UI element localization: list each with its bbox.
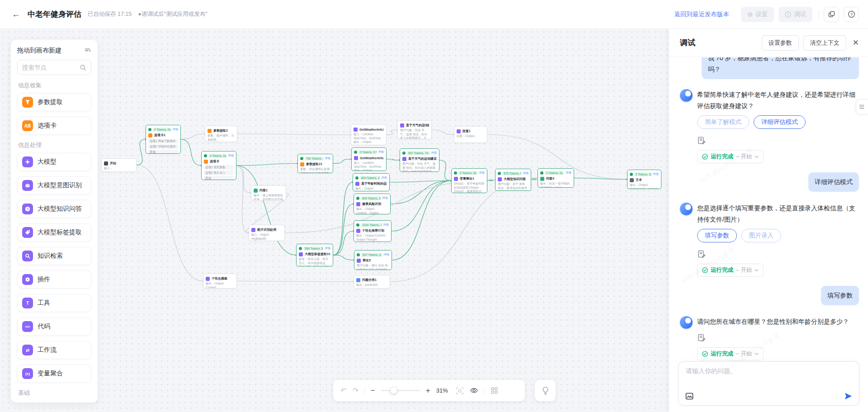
node-run-stats: 0 Tokens, 0s bbox=[458, 171, 477, 175]
workflow-node-问答3[interactable]: 0 Tokens, 0s详情问答3输出：给您一套详细的运动建议：jianyi bbox=[538, 168, 574, 188]
zoom-slider-knob[interactable] bbox=[390, 387, 397, 394]
palette-item-大模型意图识别[interactable]: 大模型意图识别 bbox=[17, 176, 91, 194]
node-detail-link[interactable]: 详情 bbox=[566, 171, 571, 175]
node-detail-link[interactable]: 详情 bbox=[382, 196, 388, 200]
run-log-icon[interactable] bbox=[697, 250, 706, 258]
palette-item-label: 插件 bbox=[38, 275, 50, 284]
run-log-icon[interactable] bbox=[697, 333, 706, 342]
node-success-icon bbox=[498, 172, 501, 175]
run-log-icon[interactable] bbox=[697, 136, 706, 145]
edge-pq2-gw1 bbox=[237, 134, 351, 135]
node-title: 养生5 bbox=[363, 258, 371, 263]
image-upload-icon[interactable] bbox=[685, 392, 694, 401]
workflow-node-图片识别处理[interactable]: 图片识别处理输入：ImgUrl、ImgBase64输出：Output、Outpu… bbox=[249, 225, 285, 241]
debug-run-button[interactable]: 调试 bbox=[778, 7, 812, 22]
quick-reply-图片录入[interactable]: 图片录入 bbox=[741, 229, 781, 242]
palette-item-工作流[interactable]: ⇄工作流 bbox=[17, 341, 91, 359]
run-status-chip[interactable]: 运行完成– 开始 bbox=[697, 150, 764, 163]
palette-item-工具[interactable]: T工具 bbox=[17, 294, 91, 312]
tips-button[interactable] bbox=[535, 380, 556, 401]
node-body-line: 回复：Output… bbox=[457, 134, 485, 138]
workflow-node-养生5[interactable]: 547 Tokens, 6.38s详情养生5用户问题：请问 运动 情况要怎么注意… bbox=[354, 250, 392, 270]
eye-icon[interactable] bbox=[470, 386, 478, 395]
minimap-grid-icon[interactable] bbox=[491, 387, 498, 394]
workflow-node-基于年龄时段的运动类…[interactable]: 809 Tokens, 29.96s详情基于年龄时段的运动类…输出：Output… bbox=[353, 173, 390, 191]
node-option-row: 选项1 填写参数 bbox=[204, 165, 234, 170]
palette-item-label: 大模型知识问答 bbox=[38, 205, 82, 213]
edge-start-xk1 bbox=[137, 139, 146, 165]
workflow-node-基于天气的运动建议[interactable]: 基于天气的运动建议用户问题：结合 天气、温度 情况，给出老人的锻炼建议，分析适合… bbox=[397, 120, 432, 139]
palette-item-插件[interactable]: 插件 bbox=[17, 270, 91, 289]
palette-list: 信息收集参数提取AB选项卡信息处理大模型大模型意图识别?大模型知识问答大模型标签… bbox=[17, 81, 91, 397]
node-detail-link[interactable]: 详情 bbox=[325, 156, 330, 161]
workflow-node-大模型标签提取01[interactable]: 596 Tokens, 5.35s详情大模型标签提取01标签：每天心情、每天亮点… bbox=[296, 244, 333, 266]
workflow-node-参数提取2[interactable]: 参数提取2参数：用户城市、当前时段… bbox=[205, 126, 237, 142]
node-body-line: 标签：每天心情、每天亮点、每天锻炼情况、所在城市、年龄、性别 bbox=[299, 257, 330, 266]
settings-button[interactable]: ⚙ 设置 bbox=[741, 7, 774, 22]
chat-input[interactable] bbox=[686, 367, 852, 387]
workflow-node-问答1[interactable]: 问答1输出：请上传体检报告记录，支持图片或文件上传 bbox=[251, 185, 286, 200]
set-params-button[interactable]: 设置参数 bbox=[762, 35, 799, 51]
restore-published-version-link[interactable]: 返回到最近发布版本 bbox=[674, 10, 729, 19]
node-search-input[interactable] bbox=[22, 64, 80, 71]
clear-context-button[interactable]: 清空上下文 bbox=[803, 35, 846, 51]
node-success-icon bbox=[300, 157, 303, 160]
zoom-in-button[interactable]: + bbox=[426, 386, 430, 395]
workflow-node-文本[interactable]: 0 Tokens, 0s详情文本输出：Output、Output-jyjc1、O… bbox=[627, 170, 661, 189]
fit-view-icon[interactable] bbox=[456, 387, 464, 395]
workflow-node-参数提取21[interactable]: 760 Tokens, 4.26s详情参数提取21参数：所在城市以及用户性别年龄… bbox=[297, 154, 333, 173]
undo-icon[interactable]: ↶ bbox=[340, 387, 346, 394]
node-detail-link[interactable]: 详情 bbox=[431, 151, 437, 155]
node-body: 选项1 简单了解模式选项2 详细评估模式其他 bbox=[148, 139, 178, 154]
node-detail-link[interactable]: 详情 bbox=[479, 171, 485, 175]
redo-icon[interactable]: ↷ bbox=[352, 387, 358, 394]
node-detail-link[interactable]: 详情 bbox=[172, 128, 178, 132]
workflow-node-GetWeatherInfo11[interactable]: 0 Tokens, 0.59s详情GetWeatherInfo11输入：Loca… bbox=[351, 147, 387, 171]
node-detail-link[interactable]: 详情 bbox=[653, 172, 659, 176]
palette-item-大模型[interactable]: 大模型 bbox=[17, 153, 91, 171]
quick-reply-简单了解模式[interactable]: 简单了解模式 bbox=[697, 115, 749, 129]
workflow-node-选项卡1[interactable]: 0 Tokens, 0s详情选项卡1选项1 简单了解模式选项2 详细评估模式其他 bbox=[146, 125, 181, 154]
help-button[interactable]: ? bbox=[844, 7, 859, 22]
palette-item-代码[interactable]: </>代码 bbox=[17, 317, 91, 336]
workflow-node-回复1[interactable]: 回复1回复：Output… bbox=[454, 126, 487, 143]
node-detail-link[interactable]: 详情 bbox=[383, 223, 389, 227]
workflow-node-问题分类1[interactable]: 问题分类1输出：prediction bbox=[354, 275, 390, 289]
collapse-panel-icon[interactable] bbox=[84, 47, 91, 54]
node-detail-link[interactable]: 详情 bbox=[228, 154, 234, 158]
palette-item-参数提取[interactable]: 参数提取 bbox=[17, 93, 91, 111]
zoom-slider[interactable] bbox=[381, 390, 420, 391]
palette-item-知识检索[interactable]: 知识检索 bbox=[17, 247, 91, 265]
node-title: 问答1 bbox=[259, 188, 268, 193]
workflow-node-个性化模板[interactable]: 个性化模板输出：Output-Content… bbox=[203, 274, 237, 289]
run-status-chip[interactable]: 运行完成– 开始 bbox=[697, 264, 764, 277]
palette-item-选项卡[interactable]: AB选项卡 bbox=[17, 117, 91, 135]
palette-item-大模型知识问答[interactable]: ?大模型知识问答 bbox=[17, 200, 91, 218]
workflow-node-开始[interactable]: 开始输入： bbox=[101, 158, 137, 172]
workflow-node-基于天气的运动建议1[interactable]: 607 Tokens, 74.29s详情基于天气的运动建议1用户问题：结合 天气… bbox=[400, 148, 439, 172]
workflow-node-GetWeatherInfo1[interactable]: GetWeatherInfo1输入：Location、StartTime、End… bbox=[351, 124, 387, 145]
duplicate-button[interactable] bbox=[824, 7, 839, 22]
palette-item-变量聚合[interactable]: {x}变量聚合 bbox=[17, 365, 91, 383]
quick-reply-填写参数[interactable]: 填写参数 bbox=[697, 229, 737, 242]
collapse-chat-log-button[interactable] bbox=[856, 99, 868, 114]
node-detail-link[interactable]: 详情 bbox=[523, 171, 528, 175]
back-arrow-icon[interactable]: ← bbox=[12, 9, 20, 19]
palette-item-大模型标签提取[interactable]: 大模型标签提取 bbox=[17, 223, 91, 242]
workflow-node-选项卡[interactable]: 0 Tokens, 0s详情选项卡选项1 填写参数选项2 图片录入其他 bbox=[201, 151, 236, 180]
close-icon[interactable]: ✕ bbox=[853, 38, 859, 47]
node-body: 输出：Output-Content、Output-Thought bbox=[356, 234, 389, 242]
run-status-chip[interactable]: 运行完成– 开始 bbox=[697, 347, 764, 360]
node-detail-link[interactable]: 详情 bbox=[378, 150, 384, 154]
node-detail-link[interactable]: 详情 bbox=[381, 176, 387, 180]
send-icon[interactable] bbox=[844, 392, 853, 401]
workflow-node-大模型知识问答[interactable]: 575 Tokens, 10.08s详情大模型知识问答用户问题：基于 体检 情况… bbox=[495, 169, 531, 191]
workflow-node-个性化推荐计划[interactable]: 1024 Tokens, 36.10s详情个性化推荐计划输出：Output-Co… bbox=[354, 220, 392, 242]
node-detail-link[interactable]: 详情 bbox=[383, 253, 389, 257]
node-detail-link[interactable]: 详情 bbox=[325, 246, 330, 251]
workflow-node-健康风险识别[interactable]: 509 Tokens, 32.43s详情健康风险识别输出：Output-Cont… bbox=[354, 194, 391, 214]
quick-reply-详细评估模式[interactable]: 详细评估模式 bbox=[754, 115, 806, 129]
flow-icon: ⇄ bbox=[22, 345, 33, 355]
zoom-out-button[interactable]: − bbox=[371, 386, 375, 395]
workflow-node-变量聚合1[interactable]: 0 Tokens, 0s详情变量聚合1Group1：基于年龄时段的运动类型-Ou… bbox=[451, 168, 487, 193]
